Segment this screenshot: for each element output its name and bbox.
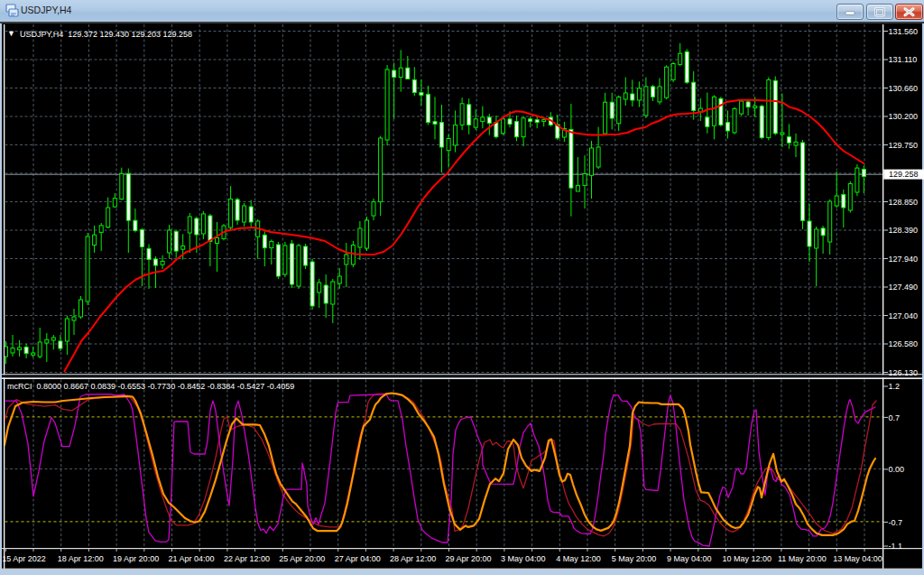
svg-text:29 Apr 20:00: 29 Apr 20:00 [446,554,492,563]
svg-text:0.00: 0.00 [889,465,905,474]
svg-text:mcRCI 0.8000 0.8667 0.0839 -0: mcRCI 0.8000 0.8667 0.0839 -0.6553 -0.77… [7,382,294,391]
svg-text:9 May 04:00: 9 May 04:00 [667,554,712,563]
svg-text:127.040: 127.040 [889,311,919,320]
svg-text:21 Apr 04:00: 21 Apr 04:00 [169,554,215,563]
svg-text:131.560: 131.560 [889,27,919,36]
svg-text:10 May 12:00: 10 May 12:00 [723,554,772,563]
svg-text:-0.7: -0.7 [889,518,903,527]
svg-text:USDJPY,H4 129.372 129.430 129: USDJPY,H4 129.372 129.430 129.203 129.25… [20,30,192,39]
svg-text:129.258: 129.258 [889,170,919,179]
svg-text:126.580: 126.580 [889,339,919,348]
svg-text:129.750: 129.750 [889,141,919,150]
svg-text:127.490: 127.490 [889,283,919,292]
svg-text:128.390: 128.390 [889,226,919,235]
svg-text:1.2: 1.2 [889,382,901,391]
svg-text:15 Apr 2022: 15 Apr 2022 [2,554,46,563]
svg-text:19 Apr 20:00: 19 Apr 20:00 [113,554,159,563]
svg-text:127.940: 127.940 [889,255,919,264]
svg-text:13 May 04:00: 13 May 04:00 [833,554,882,563]
svg-text:25 Apr 20:00: 25 Apr 20:00 [279,554,325,563]
svg-text:▼: ▼ [7,29,15,38]
svg-text:130.660: 130.660 [889,84,919,93]
svg-text:0.7: 0.7 [889,413,901,422]
svg-text:18 Apr 12:00: 18 Apr 12:00 [58,554,104,563]
svg-text:28 Apr 12:00: 28 Apr 12:00 [390,554,436,563]
svg-text:-1.1: -1.1 [889,542,903,551]
svg-text:27 Apr 04:00: 27 Apr 04:00 [335,554,381,563]
svg-text:126.130: 126.130 [889,368,919,377]
svg-text:130.200: 130.200 [889,112,919,121]
svg-text:5 May 20:00: 5 May 20:00 [612,554,657,563]
svg-text:11 May 20:00: 11 May 20:00 [778,554,827,563]
svg-text:128.850: 128.850 [889,198,919,207]
svg-text:22 Apr 12:00: 22 Apr 12:00 [224,554,270,563]
svg-text:131.110: 131.110 [889,55,918,64]
svg-text:4 May 12:00: 4 May 12:00 [556,554,601,563]
svg-text:3 May 04:00: 3 May 04:00 [501,554,546,563]
